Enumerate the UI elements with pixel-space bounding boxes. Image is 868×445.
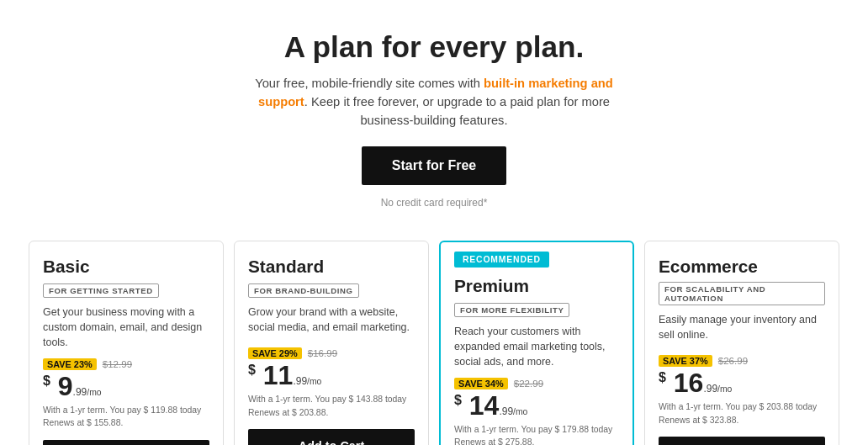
plan-tag: FOR GETTING STARTED — [43, 283, 159, 298]
plan-savings: SAVE 37% $26.99 — [659, 356, 825, 366]
plan-card-basic: BasicFOR GETTING STARTEDGet your busines… — [29, 241, 224, 445]
plan-price: $ 14.99/mo — [454, 390, 619, 421]
add-to-cart-button[interactable]: Add to Cart — [659, 437, 825, 445]
add-to-cart-button[interactable]: Add to Cart — [43, 440, 209, 445]
save-badge: SAVE 34% — [454, 378, 508, 389]
plan-term: With a 1-yr term. You pay $ 179.88 today… — [454, 423, 619, 445]
plan-card-standard: StandardFOR BRAND-BUILDINGGrow your bran… — [234, 241, 429, 445]
plans-section: BasicFOR GETTING STARTEDGet your busines… — [0, 225, 868, 445]
plan-term: With a 1-yr term. You pay $ 203.88 today… — [659, 400, 825, 426]
plan-tag: FOR BRAND-BUILDING — [248, 283, 359, 298]
plan-price: $ 9.99/mo — [43, 371, 209, 402]
plan-savings: SAVE 34% $22.99 — [454, 379, 619, 389]
plan-tag: FOR MORE FLEXIBILITY — [454, 303, 569, 317]
original-price: $12.99 — [103, 359, 132, 369]
plan-term: With a 1-yr term. You pay $ 143.88 today… — [248, 393, 415, 419]
plan-card-premium: RECOMMENDEDPremiumFOR MORE FLEXIBILITYRe… — [439, 241, 634, 445]
original-price: $22.99 — [514, 379, 543, 389]
plan-term: With a 1-yr term. You pay $ 119.88 today… — [43, 404, 209, 430]
original-price: $16.99 — [308, 348, 337, 358]
plan-name: Standard — [248, 257, 415, 277]
plan-card-ecommerce: EcommerceFOR SCALABILITY AND AUTOMATIONE… — [644, 241, 839, 445]
plan-desc: Reach your customers with expanded email… — [454, 324, 619, 369]
plan-desc: Grow your brand with a website, social m… — [248, 305, 415, 340]
plan-name: Premium — [454, 276, 619, 296]
hero-title: A plan for every plan. — [17, 30, 851, 64]
hero-no-cc-text: No credit card required* — [17, 197, 851, 209]
recommended-badge: RECOMMENDED — [454, 252, 549, 268]
add-to-cart-button[interactable]: Add to Cart — [248, 429, 415, 445]
plan-desc: Get your business moving with a custom d… — [43, 305, 209, 350]
plan-name: Ecommerce — [659, 257, 825, 277]
save-badge: SAVE 29% — [248, 347, 302, 359]
plan-desc: Easily manage your inventory and sell on… — [659, 312, 825, 347]
save-badge: SAVE 37% — [659, 355, 712, 367]
plan-price: $ 11.99/mo — [248, 360, 415, 391]
plan-savings: SAVE 29% $16.99 — [248, 348, 415, 358]
hero-start-free-button[interactable]: Start for Free — [362, 146, 506, 185]
hero-section: A plan for every plan. Your free, mobile… — [0, 0, 868, 225]
plan-price: $ 16.99/mo — [659, 368, 825, 399]
plan-name: Basic — [43, 257, 209, 277]
hero-subtitle: Your free, mobile-friendly site comes wi… — [249, 74, 619, 130]
save-badge: SAVE 23% — [43, 358, 97, 370]
original-price: $26.99 — [718, 356, 748, 366]
plan-savings: SAVE 23% $12.99 — [43, 359, 209, 369]
plan-tag: FOR SCALABILITY AND AUTOMATION — [659, 282, 825, 305]
